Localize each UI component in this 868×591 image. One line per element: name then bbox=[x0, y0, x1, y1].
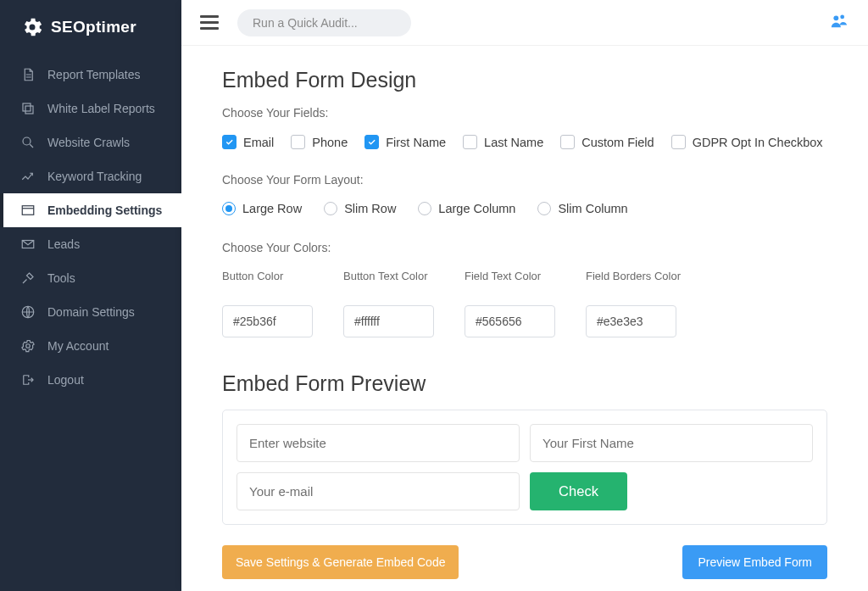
field-gdpr[interactable]: GDPR Opt In Checkbox bbox=[671, 135, 823, 149]
chart-line-icon bbox=[20, 169, 36, 184]
svg-point-8 bbox=[833, 15, 838, 20]
gear-icon bbox=[20, 15, 44, 39]
sidebar-item-label: Website Crawls bbox=[47, 136, 130, 149]
field-text-color-label: Field Text Color bbox=[465, 270, 562, 297]
colors-row: Button Color Button Text Color Field Tex… bbox=[222, 270, 827, 337]
checkbox-icon bbox=[463, 135, 477, 149]
checkbox-icon bbox=[222, 135, 236, 149]
svg-rect-0 bbox=[25, 106, 33, 114]
radio-icon bbox=[324, 202, 337, 215]
fields-label: Choose Your Fields: bbox=[222, 106, 827, 120]
brand-name: SEOptimer bbox=[51, 18, 136, 36]
sidebar-item-domain-settings[interactable]: Domain Settings bbox=[0, 295, 181, 329]
svg-point-9 bbox=[840, 15, 844, 20]
checkbox-icon bbox=[560, 135, 575, 149]
preview-first-name-input[interactable] bbox=[530, 424, 813, 462]
sidebar-item-report-templates[interactable]: Report Templates bbox=[0, 58, 181, 92]
fields-row: Email Phone First Name Last Name Custom … bbox=[222, 135, 827, 149]
colors-label: Choose Your Colors: bbox=[222, 241, 827, 254]
sidebar-item-my-account[interactable]: My Account bbox=[0, 329, 181, 363]
sidebar-item-keyword-tracking[interactable]: Keyword Tracking bbox=[0, 159, 181, 193]
preview-embed-button[interactable]: Preview Embed Form bbox=[682, 545, 827, 579]
logout-icon bbox=[20, 372, 36, 387]
layout-row: Large Row Slim Row Large Column Slim Col… bbox=[222, 202, 827, 215]
preview-email-input[interactable] bbox=[236, 472, 520, 510]
sidebar-item-label: Report Templates bbox=[47, 68, 140, 81]
field-custom[interactable]: Custom Field bbox=[560, 135, 654, 149]
layout-label: Choose Your Form Layout: bbox=[222, 173, 827, 187]
menu-toggle-button[interactable] bbox=[200, 15, 219, 30]
copy-icon bbox=[20, 101, 36, 116]
document-icon bbox=[20, 67, 36, 82]
radio-icon bbox=[418, 202, 431, 215]
save-generate-button[interactable]: Save Settings & Generate Embed Code bbox=[222, 545, 459, 579]
nav-list: Report Templates White Label Reports Web… bbox=[0, 58, 181, 397]
sidebar-item-embedding-settings[interactable]: Embedding Settings bbox=[0, 193, 181, 227]
checkbox-icon bbox=[671, 135, 686, 149]
field-last-name[interactable]: Last Name bbox=[463, 135, 543, 149]
preview-heading: Embed Form Preview bbox=[222, 371, 827, 396]
checkbox-icon bbox=[364, 135, 379, 149]
action-row: Save Settings & Generate Embed Code Prev… bbox=[222, 545, 827, 579]
field-borders-color-label: Field Borders Color bbox=[586, 270, 683, 297]
layout-slim-row[interactable]: Slim Row bbox=[324, 202, 396, 215]
button-text-color-input[interactable] bbox=[343, 305, 434, 337]
content: Embed Form Design Choose Your Fields: Em… bbox=[181, 46, 868, 591]
sidebar-item-label: Logout bbox=[47, 373, 84, 387]
button-color-label: Button Color bbox=[222, 270, 320, 297]
mail-icon bbox=[20, 237, 36, 252]
preview-website-input[interactable] bbox=[236, 424, 520, 462]
svg-rect-1 bbox=[23, 103, 31, 111]
preview-box: Check bbox=[222, 410, 827, 525]
sidebar-item-label: My Account bbox=[47, 339, 108, 353]
checkbox-icon bbox=[291, 135, 305, 149]
button-color-input[interactable] bbox=[222, 305, 313, 337]
layout-slim-column[interactable]: Slim Column bbox=[537, 202, 627, 215]
settings-icon bbox=[20, 338, 36, 354]
sidebar: SEOptimer Report Templates White Label R… bbox=[0, 0, 181, 591]
field-email[interactable]: Email bbox=[222, 135, 274, 149]
field-borders-color-input[interactable] bbox=[586, 305, 676, 337]
field-phone[interactable]: Phone bbox=[291, 135, 348, 149]
field-text-color-input[interactable] bbox=[465, 305, 555, 337]
embed-icon bbox=[20, 203, 36, 218]
radio-icon bbox=[222, 202, 236, 215]
sidebar-item-logout[interactable]: Logout bbox=[0, 363, 181, 397]
sidebar-item-label: White Label Reports bbox=[47, 102, 155, 115]
search-icon bbox=[20, 135, 36, 150]
sidebar-item-website-crawls[interactable]: Website Crawls bbox=[0, 125, 181, 159]
sidebar-item-white-label-reports[interactable]: White Label Reports bbox=[0, 92, 181, 125]
hammer-icon bbox=[20, 270, 36, 286]
layout-large-column[interactable]: Large Column bbox=[418, 202, 515, 215]
search-input[interactable] bbox=[253, 16, 401, 30]
sidebar-item-label: Domain Settings bbox=[47, 305, 135, 319]
design-heading: Embed Form Design bbox=[222, 68, 827, 92]
field-first-name[interactable]: First Name bbox=[364, 135, 446, 149]
preview-check-button[interactable]: Check bbox=[530, 472, 627, 510]
svg-rect-3 bbox=[22, 206, 34, 215]
sidebar-item-tools[interactable]: Tools bbox=[0, 261, 181, 295]
users-icon[interactable] bbox=[829, 12, 849, 31]
sidebar-item-label: Keyword Tracking bbox=[47, 170, 142, 183]
sidebar-item-label: Tools bbox=[47, 271, 75, 285]
quick-audit-search[interactable] bbox=[237, 9, 411, 36]
button-text-color-label: Button Text Color bbox=[343, 270, 441, 297]
topbar bbox=[181, 0, 868, 46]
svg-point-6 bbox=[26, 344, 31, 348]
sidebar-item-leads[interactable]: Leads bbox=[0, 227, 181, 261]
sidebar-item-label: Embedding Settings bbox=[47, 204, 162, 217]
brand-logo[interactable]: SEOptimer bbox=[0, 0, 181, 58]
layout-large-row[interactable]: Large Row bbox=[222, 202, 302, 215]
globe-icon bbox=[20, 304, 36, 320]
radio-icon bbox=[537, 202, 551, 215]
svg-point-2 bbox=[23, 137, 31, 145]
sidebar-item-label: Leads bbox=[47, 237, 80, 251]
